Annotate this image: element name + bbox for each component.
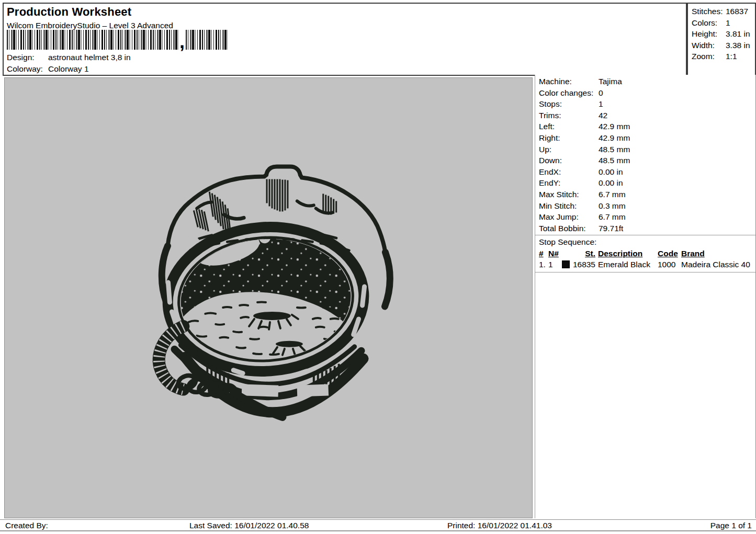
page-number: Page 1 of 1 — [710, 521, 752, 530]
machine-info-table: Machine:Tajima Color changes:0 Stops:1 T… — [535, 75, 755, 235]
barcode-secondary — [186, 30, 228, 50]
summary-row: Height:3.81 in — [688, 28, 755, 40]
design-value: astronaut helmet 3,8 in — [48, 53, 131, 62]
info-row: Max Stitch:6.7 mm — [539, 189, 755, 200]
info-row: Max Jump:6.7 mm — [539, 211, 755, 223]
created-by: Created By: — [5, 521, 48, 530]
last-saved: Last Saved: 16/01/2022 01.40.58 — [189, 521, 309, 530]
stop-sequence-section: Stop Sequence: # N# St. Description Code… — [535, 235, 755, 272]
thread-color-swatch — [562, 260, 570, 268]
footer-bar: Created By: Last Saved: 16/01/2022 01.40… — [0, 519, 756, 531]
software-subtitle: Wilcom EmbroideryStudio – Level 3 Advanc… — [7, 21, 173, 30]
design-summary-box: Stitches:16837 Colors:1 Height:3.81 in W… — [687, 3, 756, 76]
colorway-label: Colorway: — [7, 64, 48, 74]
colorway-value: Colorway 1 — [48, 64, 89, 73]
info-row: Trims:42 — [539, 110, 755, 121]
barcode-row: , — [7, 30, 228, 51]
summary-row: Zoom:1:1 — [688, 51, 755, 62]
summary-row: Stitches:16837 — [688, 6, 755, 17]
stop-sequence-title: Stop Sequence: — [539, 236, 755, 248]
barcode-main — [7, 30, 178, 50]
info-row: Down:48.5 mm — [539, 155, 755, 166]
colorway-field: Colorway:Colorway 1 — [7, 64, 89, 74]
info-row: Up:48.5 mm — [539, 144, 755, 155]
stop-sequence-header-row: # N# St. Description Code Brand — [539, 248, 755, 259]
summary-row: Width:3.38 in — [688, 40, 755, 51]
header-info-box: Production Worksheet Wilcom EmbroiderySt… — [3, 3, 687, 76]
printed: Printed: 16/01/2022 01.41.03 — [447, 521, 552, 530]
machine-info-panel: Machine:Tajima Color changes:0 Stops:1 T… — [535, 75, 756, 518]
info-row: Color changes:0 — [539, 87, 755, 99]
summary-row: Colors:1 — [688, 17, 755, 29]
page-title: Production Worksheet — [7, 5, 131, 19]
info-row: Machine:Tajima — [539, 76, 755, 87]
info-row: EndX:0.00 in — [539, 166, 755, 178]
info-row: Left:42.9 mm — [539, 121, 755, 132]
collar-window — [297, 384, 329, 397]
barcode-separator: , — [178, 34, 186, 50]
design-field: Design:astronaut helmet 3,8 in — [7, 53, 131, 62]
design-canvas — [4, 77, 533, 518]
info-row: Right:42.9 mm — [539, 132, 755, 144]
info-row: Total Bobbin:79.71ft — [539, 223, 755, 234]
production-worksheet-page: { "header": { "title": "Production Works… — [0, 0, 756, 534]
stop-sequence-row: 1. 1 16835 Emerald Black 1000 Madeira Cl… — [539, 259, 755, 270]
design-label: Design: — [7, 53, 48, 62]
collar-window — [242, 384, 279, 396]
info-row: Min Stitch:0.3 mm — [539, 200, 755, 212]
embroidery-design-astronaut-helmet — [5, 78, 532, 518]
info-row: EndY:0.00 in — [539, 177, 755, 189]
info-row: Stops:1 — [539, 98, 755, 110]
